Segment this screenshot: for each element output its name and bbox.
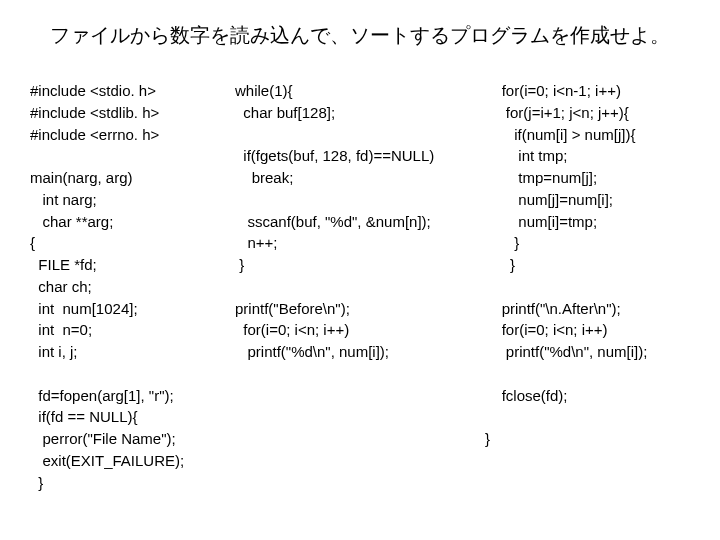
code-col-2: while(1){ char buf[128]; if(fgets(buf, 1… <box>235 80 485 363</box>
slide-title: ファイルから数字を読み込んで、ソートするプログラムを作成せよ。 <box>0 22 720 49</box>
code-col-3: for(i=0; i<n-1; i++) for(j=i+1; j<n; j++… <box>485 80 700 450</box>
code-col-1: #include <stdio. h> #include <stdlib. h>… <box>30 80 235 493</box>
code-columns: #include <stdio. h> #include <stdlib. h>… <box>30 80 700 520</box>
slide: ファイルから数字を読み込んで、ソートするプログラムを作成せよ。 #include… <box>0 0 720 540</box>
